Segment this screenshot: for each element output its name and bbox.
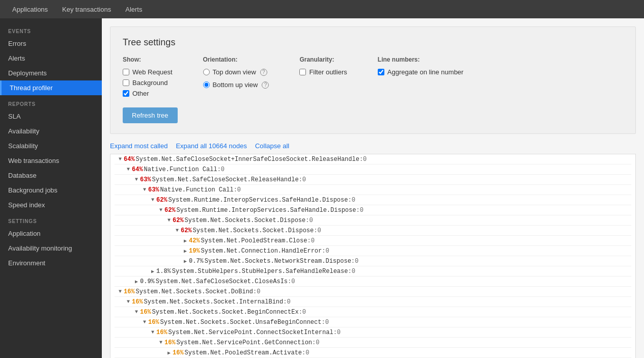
tree-toggle-icon[interactable]: ▼ [157,207,164,214]
tree-row[interactable]: ▼ 62% System.Net.Sockets.Socket.Dispose:… [115,215,631,226]
sidebar-item-database[interactable]: Database [0,168,102,183]
tree-node-num: :0 [299,176,306,183]
tree-toggle-icon[interactable]: ▼ [149,197,156,204]
tree-node-text: System.Net.Sockets.Socket.DoBind [136,288,253,295]
tree-row[interactable]: ▶ 1.8% System.StubHelpers.StubHelpers.Sa… [115,266,631,277]
filter-outliers-label: Filter outliers [309,68,347,76]
filter-outliers-checkbox-item[interactable]: Filter outliers [299,68,347,76]
tree-node-pct: 62% [173,217,184,224]
tree-node-num: :0 [348,197,355,204]
sidebar-item-background-jobs[interactable]: Background jobs [0,183,102,198]
tree-toggle-icon[interactable]: ▶ [182,247,189,255]
expand-most-called-link[interactable]: Expand most called [110,142,167,150]
sidebar-item-sla[interactable]: SLA [0,109,102,124]
tree-toggle-icon[interactable]: ▼ [117,288,124,295]
tree-row[interactable]: ▼ 62% System.Net.Sockets.Socket.Dispose:… [115,226,631,236]
refresh-tree-button[interactable]: Refresh tree [123,107,178,123]
bottom-up-radio[interactable] [203,81,210,88]
tree-row[interactable]: ▼ 16% System.Net.ServicePoint.GetConnect… [115,338,631,348]
tree-toggle-icon[interactable]: ▶ [182,258,189,265]
tree-row[interactable]: ▶ 42% System.Net.PooledStream.Close:0 [115,236,631,246]
tree-row[interactable]: ▶ 0.9% System.Net.SafeCloseSocket.CloseA… [115,277,631,287]
tree-row[interactable]: ▼ 16% System.Net.Sockets.Socket.DoBind:0 [115,287,631,297]
expand-all-link[interactable]: Expand all 10664 nodes [176,142,247,150]
tree-node-num: :0 [322,247,329,255]
tree-toggle-icon[interactable]: ▼ [165,217,173,224]
nav-applications[interactable]: Applications [6,3,54,16]
sidebar-item-availability[interactable]: Availability [0,124,102,139]
tree-toggle-icon[interactable]: ▼ [133,176,140,183]
web-request-checkbox[interactable] [123,69,129,75]
tree-node-pct: 0.7% [189,258,204,265]
tree-row[interactable]: ▼ 63% Native.Function Call:0 [115,185,631,195]
tree-node-num: :0 [217,166,225,173]
aggregate-checkbox-item[interactable]: Aggregate on line number [378,68,464,76]
sidebar-item-scalability[interactable]: Scalability [0,139,102,153]
sidebar-item-web-transactions[interactable]: Web transactions [0,153,102,168]
tree-toggle-icon[interactable]: ▼ [174,227,181,234]
tree-node-num: :0 [359,156,367,163]
nav-key-transactions[interactable]: Key transactions [56,3,117,16]
sidebar-item-thread-profiler[interactable]: Thread profiler [0,80,102,95]
tree-toggle-icon[interactable]: ▼ [133,309,140,316]
tree-toggle-icon[interactable]: ▼ [141,186,148,194]
tree-row[interactable]: ▼ 64% Native.Function Call:0 [115,164,631,175]
tree-node-text: Native.Function Call [160,186,234,194]
sidebar-item-errors[interactable]: Errors [0,36,102,51]
tree-row[interactable]: ▶ 19% System.Net.Connection.HandleError:… [115,246,631,256]
tree-toggle-icon[interactable]: ▼ [157,339,164,346]
tree-node-num: :0 [333,329,341,336]
tree-row[interactable]: ▶ 16% System.Net.PooledStream.Activate:0 [115,348,631,358]
layout: EVENTS Errors Alerts Deployments Thread … [0,18,644,358]
sidebar-item-application[interactable]: Application [0,226,102,241]
tree-toggle-icon[interactable]: ▼ [125,298,132,306]
tree-toggle-icon[interactable]: ▼ [149,329,156,336]
top-down-radio-item[interactable]: Top down view ? [203,68,269,76]
tree-node-pct: 0.9% [140,278,155,285]
sidebar-item-availability-monitoring[interactable]: Availability monitoring [0,241,102,256]
top-down-help-icon[interactable]: ? [260,69,267,76]
tree-toggle-icon[interactable]: ▶ [133,278,140,285]
background-checkbox[interactable] [123,79,129,86]
tree-row[interactable]: ▼ 62% System.Runtime.InteropServices.Saf… [115,205,631,215]
tree-row[interactable]: ▶ 0.7% System.Net.Sockets.NetworkStream.… [115,256,631,266]
collapse-all-link[interactable]: Collapse all [255,142,289,150]
aggregate-checkbox[interactable] [378,69,384,75]
tree-toggle-icon[interactable]: ▼ [141,319,148,326]
bottom-up-help-icon[interactable]: ? [262,81,269,89]
web-request-checkbox-item[interactable]: Web Request [123,68,173,76]
granularity-label: Granularity: [299,56,347,63]
bottom-up-radio-item[interactable]: Bottom up view ? [203,81,269,89]
sidebar-item-environment[interactable]: Environment [0,256,102,270]
other-checkbox[interactable] [123,90,129,97]
background-checkbox-item[interactable]: Background [123,79,173,87]
tree-node-num: :0 [305,217,313,224]
sidebar-item-speed-index[interactable]: Speed index [0,198,102,212]
tree-toggle-icon[interactable]: ▼ [125,166,132,173]
other-checkbox-item[interactable]: Other [123,90,173,97]
tree-toggle-icon[interactable]: ▶ [149,268,156,275]
tree-row[interactable]: ▼ 64% System.Net.SafeCloseSocket+InnerSa… [115,154,631,164]
tree-row[interactable]: ▼ 16% System.Net.Sockets.Socket.UnsafeBe… [115,317,631,327]
tree-row[interactable]: ▼ 16% System.Net.ServicePoint.ConnectSoc… [115,327,631,338]
tree-row[interactable]: ▼ 63% System.Net.SafeCloseSocket.Release… [115,175,631,185]
tree-node-text: System.Net.Connection.HandleError [201,247,322,255]
top-down-radio[interactable] [203,69,210,75]
main-content: Tree settings Show: Web Request Backgrou… [102,18,644,358]
filter-outliers-checkbox[interactable] [299,69,306,75]
tree-node-pct: 62% [181,227,192,234]
tree-toggle-icon[interactable]: ▼ [117,156,124,163]
sidebar-item-alerts[interactable]: Alerts [0,51,102,66]
tree-node-num: :0 [321,319,328,326]
tree-row[interactable]: ▼ 16% System.Net.Sockets.Socket.BeginCon… [115,307,631,317]
tree-row[interactable]: ▼ 16% System.Net.Sockets.Socket.Internal… [115,297,631,307]
sidebar-item-deployments[interactable]: Deployments [0,66,102,80]
tree-node-pct: 16% [140,309,151,316]
tree-node-pct: 16% [156,329,167,336]
tree-toggle-icon[interactable]: ▶ [182,237,189,244]
tree-row[interactable]: ▼ 62% System.Runtime.InteropServices.Saf… [115,195,631,205]
tree-toggle-icon[interactable]: ▶ [165,349,173,356]
nav-alerts[interactable]: Alerts [119,3,148,16]
show-label: Show: [123,56,173,63]
show-group: Show: Web Request Background Other [123,56,173,97]
